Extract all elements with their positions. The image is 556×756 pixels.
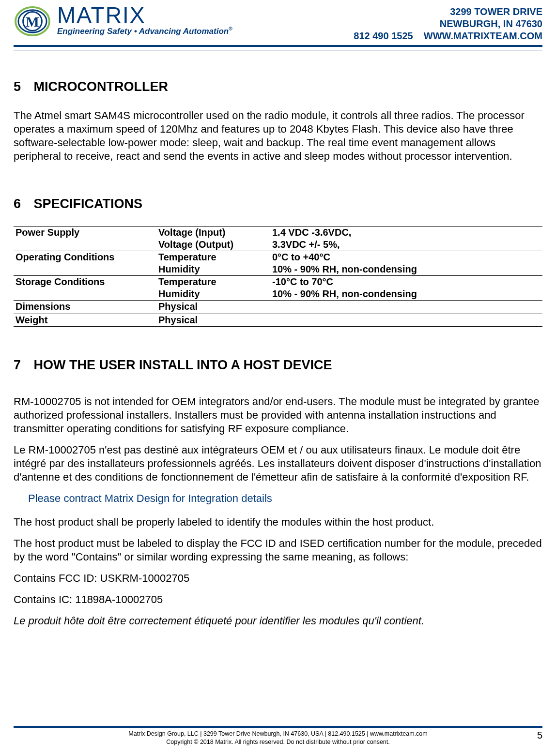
s7-para-5: Contains FCC ID: USKRM-10002705: [14, 572, 542, 585]
contact-address-1: 3299 TOWER DRIVE: [354, 6, 542, 18]
section-7-title: HOW THE USER INSTALL INTO A HOST DEVICE: [34, 358, 332, 372]
spec-value: [270, 326, 542, 328]
spec-param: Temperature: [156, 251, 270, 263]
table-row: WeightPhysical: [14, 314, 542, 326]
spec-value: [270, 314, 542, 326]
section-5-heading: 5 MICROCONTROLLER: [14, 79, 542, 94]
spec-value: 3.3VDC +/- 5%,: [270, 239, 542, 251]
spec-category: Power Supply: [14, 226, 156, 239]
spec-category: Storage Conditions: [14, 275, 156, 288]
spec-value: 0°C to +40°C: [270, 251, 542, 263]
spec-category: [14, 239, 156, 251]
spec-param: Humidity: [156, 288, 270, 301]
footer-text: Matrix Design Group, LLC | 3299 Tower Dr…: [23, 730, 533, 746]
section-5-number: 5: [14, 79, 30, 94]
spec-param: Humidity: [156, 263, 270, 276]
s7-para-3: The host product shall be properly label…: [14, 515, 542, 529]
spec-param: Voltage (Input): [156, 226, 270, 239]
contact-block: 3299 TOWER DRIVE NEWBURGH, IN 47630 812 …: [354, 6, 542, 42]
section-7-heading: 7 HOW THE USER INSTALL INTO A HOST DEVIC…: [14, 358, 542, 373]
matrix-logo-icon: M: [14, 5, 51, 38]
page-footer: Matrix Design Group, LLC | 3299 Tower Dr…: [14, 726, 542, 746]
table-row: Humidity10% - 90% RH, non-condensing: [14, 263, 542, 276]
table-row: DimensionsPhysical: [14, 300, 542, 313]
registered-icon: ®: [229, 26, 232, 31]
spec-param: Physical: [156, 300, 270, 313]
spec-table: Power SupplyVoltage (Input)1.4 VDC -3.6V…: [14, 226, 542, 328]
table-row: Operating ConditionsTemperature0°C to +4…: [14, 251, 542, 263]
section-7-number: 7: [14, 358, 30, 373]
spec-value: 10% - 90% RH, non-condensing: [270, 288, 542, 301]
header-rule: [14, 50, 542, 50]
section-6-number: 6: [14, 197, 30, 212]
svg-text:M: M: [26, 14, 39, 30]
section-5-paragraph: The Atmel smart SAM4S microcontroller us…: [14, 109, 542, 164]
section-6-title: SPECIFICATIONS: [34, 197, 143, 211]
s7-contact-note: Please contract Matrix Design for Integr…: [28, 492, 542, 505]
brand-text: MATRIX Engineering Safety • Advancing Au…: [57, 2, 232, 36]
footer-rule: [14, 726, 542, 728]
table-row: Storage ConditionsTemperature-10°C to 70…: [14, 275, 542, 288]
spec-category: Operating Conditions: [14, 251, 156, 263]
table-row: Power SupplyVoltage (Input)1.4 VDC -3.6V…: [14, 226, 542, 239]
brand-block: M MATRIX Engineering Safety • Advancing …: [14, 5, 232, 38]
spec-category: Dimensions: [14, 300, 156, 313]
brand-name: MATRIX: [57, 2, 232, 28]
spec-value: 10% - 90% RH, non-condensing: [270, 263, 542, 276]
spec-value: 1.4 VDC -3.6VDC,: [270, 226, 542, 239]
brand-tagline: Engineering Safety • Advancing Automatio…: [57, 26, 232, 36]
spec-param: Physical: [156, 314, 270, 326]
footer-line-1: Matrix Design Group, LLC | 3299 Tower Dr…: [23, 730, 533, 738]
spec-value: [270, 300, 542, 313]
s7-para-6: Contains IC: 11898A-10002705: [14, 593, 542, 606]
s7-para-4: The host product must be labeled to disp…: [14, 537, 542, 564]
spec-category: [14, 326, 156, 328]
s7-para-7: Le produit hôte doit être correctement é…: [14, 614, 542, 628]
spec-value: -10°C to 70°C: [270, 275, 542, 288]
spec-category: [14, 263, 156, 276]
contact-address-2: NEWBURGH, IN 47630: [354, 18, 542, 30]
s7-para-1: RM-10002705 is not intended for OEM inte…: [14, 395, 542, 436]
section-6-heading: 6 SPECIFICATIONS: [14, 197, 542, 212]
spec-param: [156, 326, 270, 328]
spec-category: [14, 288, 156, 301]
spec-param: Temperature: [156, 275, 270, 288]
table-row: Humidity10% - 90% RH, non-condensing: [14, 288, 542, 301]
page-header: M MATRIX Engineering Safety • Advancing …: [14, 5, 542, 47]
footer-line-2: Copyright © 2018 Matrix. All rights rese…: [23, 738, 533, 746]
table-row: Voltage (Output)3.3VDC +/- 5%,: [14, 239, 542, 251]
page-number: 5: [533, 730, 542, 741]
s7-para-2: Le RM-10002705 n'est pas destiné aux int…: [14, 443, 542, 484]
table-row: [14, 326, 542, 328]
spec-category: Weight: [14, 314, 156, 326]
contact-phone-site: 812 490 1525 WWW.MATRIXTEAM.COM: [354, 30, 542, 42]
section-5-title: MICROCONTROLLER: [34, 79, 168, 94]
spec-param: Voltage (Output): [156, 239, 270, 251]
